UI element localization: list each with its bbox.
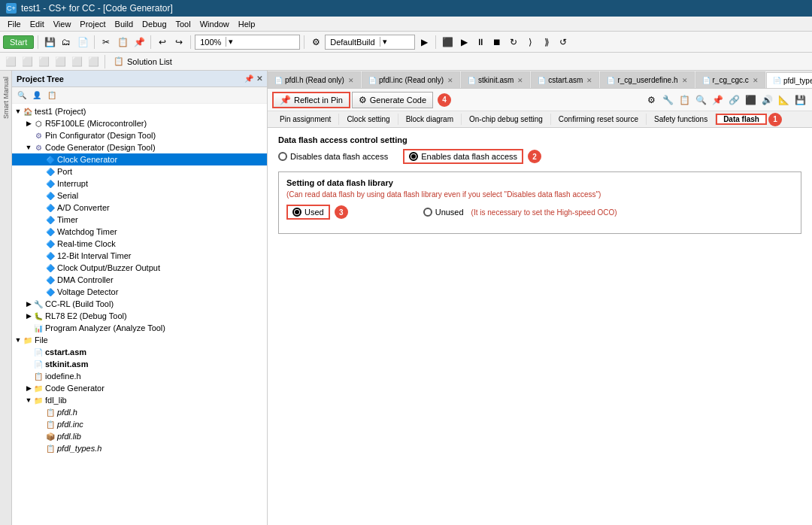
panel-close[interactable]: ✕ bbox=[256, 74, 262, 83]
tree-item-analyzer[interactable]: 📊 Program Analyzer (Analyze Tool) bbox=[12, 322, 267, 334]
toggle-root[interactable]: ▼ bbox=[14, 108, 23, 115]
tab-pfdl-types[interactable]: 📄 pfdl_types.h (Rea ✕ bbox=[766, 72, 812, 89]
radio-enable-box[interactable]: Enables data flash access bbox=[403, 149, 523, 164]
tab-close-pfdlinc[interactable]: ✕ bbox=[447, 77, 453, 84]
tree-item-pfdlinc[interactable]: 📋 pfdl.inc bbox=[12, 418, 267, 430]
toolbar2-btn1[interactable]: ⬜ bbox=[3, 54, 18, 69]
solution-list-label[interactable]: Solution List bbox=[127, 57, 172, 66]
debug-btn3[interactable]: ⏸ bbox=[473, 35, 488, 50]
copy-btn[interactable]: 📋 bbox=[115, 35, 130, 50]
radio-unused[interactable]: Unused (It is necessary to set the High-… bbox=[423, 208, 617, 217]
content-toolbar-btn7[interactable]: ⬛ bbox=[743, 93, 758, 108]
tab-close-stkinit[interactable]: ✕ bbox=[517, 77, 523, 84]
menu-project[interactable]: Project bbox=[75, 18, 110, 30]
toolbar2-btn5[interactable]: ⬜ bbox=[69, 54, 84, 69]
menu-file[interactable]: File bbox=[3, 18, 26, 30]
reflect-in-pin-button[interactable]: 📌 Reflect in Pin bbox=[272, 92, 350, 108]
content-toolbar-btn1[interactable]: ⚙ bbox=[644, 93, 659, 108]
proj-btn-1[interactable]: 🔍 bbox=[15, 90, 29, 100]
tab-pfdlinc[interactable]: 📄 pfdl.inc (Read only) ✕ bbox=[362, 71, 460, 88]
build-config-selector[interactable]: DefaultBuild ▾ bbox=[325, 35, 415, 50]
zoom-selector[interactable]: 100% ▾ bbox=[195, 35, 300, 50]
tree-item-pfdllib[interactable]: 📦 pfdl.lib bbox=[12, 430, 267, 442]
tab-rcg-cgc[interactable]: 📄 r_cg_cgc.c ✕ bbox=[695, 71, 765, 88]
sub-tab-safety[interactable]: Safety functions bbox=[647, 114, 716, 125]
tree-container[interactable]: ▼ 🏠 test1 (Project) ▶ ⬡ R5F100LE (Microc… bbox=[12, 104, 267, 525]
tree-item-pfdlh[interactable]: 📋 pfdl.h bbox=[12, 406, 267, 418]
redo-btn[interactable]: ↪ bbox=[171, 35, 186, 50]
tab-close-rcg-cgc[interactable]: ✕ bbox=[753, 77, 759, 84]
generate-code-button[interactable]: ⚙ Generate Code bbox=[352, 92, 433, 108]
tab-close-pfdlh[interactable]: ✕ bbox=[348, 77, 354, 84]
tree-item-port[interactable]: 🔷 Port bbox=[12, 165, 267, 178]
tree-item-fdl-lib[interactable]: ▼ 📁 fdl_lib bbox=[12, 394, 267, 406]
paste-btn[interactable]: 📌 bbox=[132, 35, 147, 50]
radio-used-box[interactable]: Used bbox=[286, 205, 330, 220]
tab-stkinit[interactable]: 📄 stkinit.asm ✕ bbox=[461, 71, 530, 88]
menu-help[interactable]: Help bbox=[234, 18, 260, 30]
tree-item-codegenfile[interactable]: ▶ 📁 Code Generator bbox=[12, 382, 267, 394]
sub-tab-clock[interactable]: Clock setting bbox=[339, 114, 398, 125]
radio-unused-circle[interactable] bbox=[423, 208, 432, 217]
tree-item-iodefine[interactable]: 📋 iodefine.h bbox=[12, 370, 267, 382]
cut-btn[interactable]: ✂ bbox=[98, 35, 114, 50]
toolbar2-btn6[interactable]: ⬜ bbox=[86, 54, 101, 69]
save-all-btn[interactable]: 🗂 bbox=[59, 35, 74, 50]
tree-item-voltage[interactable]: 🔷 Voltage Detector bbox=[12, 286, 267, 298]
toggle-codegenfile[interactable]: ▶ bbox=[24, 384, 33, 392]
menu-edit[interactable]: Edit bbox=[26, 18, 49, 30]
tab-rcg-userdefine[interactable]: 📄 r_cg_userdefine.h ✕ bbox=[600, 71, 694, 88]
radio-used-circle[interactable] bbox=[292, 208, 301, 217]
tree-item-codegen[interactable]: ▼ ⚙ Code Generator (Design Tool) bbox=[12, 141, 267, 153]
sub-tab-debug[interactable]: On-chip debug setting bbox=[462, 114, 551, 125]
toolbar2-btn4[interactable]: ⬜ bbox=[53, 54, 68, 69]
tree-item-cstart[interactable]: 📄 cstart.asm bbox=[12, 346, 267, 358]
tree-item-watchdog[interactable]: 🔷 Watchdog Timer bbox=[12, 226, 267, 238]
content-toolbar-btn2[interactable]: 🔧 bbox=[660, 93, 675, 108]
tree-item-stkinit[interactable]: 📄 stkinit.asm bbox=[12, 358, 267, 370]
content-toolbar-btn5[interactable]: 📌 bbox=[710, 93, 725, 108]
tree-item-debug[interactable]: ▶ 🐛 RL78 E2 (Debug Tool) bbox=[12, 310, 267, 322]
debug-btn5[interactable]: ↻ bbox=[506, 35, 521, 50]
proj-btn-2[interactable]: 👤 bbox=[30, 90, 44, 100]
debug-btn2[interactable]: ▶ bbox=[456, 35, 471, 50]
tree-item-pfdltypes[interactable]: 📋 pfdl_types.h bbox=[12, 442, 267, 454]
new-btn[interactable]: 📄 bbox=[75, 35, 90, 50]
tab-pfdlh[interactable]: 📄 pfdl.h (Read only) ✕ bbox=[268, 71, 361, 88]
tree-item-interrupt[interactable]: 🔷 Interrupt bbox=[12, 178, 267, 190]
sub-tab-pin[interactable]: Pin assignment bbox=[272, 114, 339, 125]
start-button[interactable]: Start bbox=[3, 35, 34, 49]
tab-close-rcg-userdefine[interactable]: ✕ bbox=[682, 77, 688, 84]
debug-btn6[interactable]: ⟩ bbox=[523, 35, 538, 50]
debug-btn4[interactable]: ⏹ bbox=[489, 35, 504, 50]
toolbar2-btn3[interactable]: ⬜ bbox=[36, 54, 51, 69]
proj-btn-3[interactable]: 📋 bbox=[45, 90, 59, 100]
tree-item-timer[interactable]: 🔷 Timer bbox=[12, 214, 267, 226]
content-toolbar-btn4[interactable]: 🔍 bbox=[693, 93, 708, 108]
toggle-file[interactable]: ▼ bbox=[14, 336, 23, 344]
tree-item-file[interactable]: ▼ 📁 File bbox=[12, 334, 267, 346]
tree-item-clockout[interactable]: 🔷 Clock Output/Buzzer Output bbox=[12, 262, 267, 274]
tree-item-clockgen[interactable]: 🔷 Clock Generator bbox=[12, 153, 267, 165]
menu-debug[interactable]: Debug bbox=[138, 18, 171, 30]
tree-item-serial[interactable]: 🔷 Serial bbox=[12, 190, 267, 202]
tree-item-interval[interactable]: 🔷 12-Bit Interval Timer bbox=[12, 250, 267, 262]
radio-disable[interactable]: Disables data flash access bbox=[278, 152, 388, 161]
content-toolbar-btn3[interactable]: 📋 bbox=[677, 93, 692, 108]
content-toolbar-btn9[interactable]: 📐 bbox=[776, 93, 791, 108]
sub-tab-dataflash[interactable]: Data flash bbox=[716, 114, 767, 125]
panel-pin[interactable]: 📌 bbox=[244, 74, 253, 83]
tree-item-adconv[interactable]: 🔷 A/D Converter bbox=[12, 202, 267, 214]
toggle-fdl-lib[interactable]: ▼ bbox=[24, 396, 33, 404]
sub-tab-block[interactable]: Block diagram bbox=[398, 114, 462, 125]
debug-btn8[interactable]: ↺ bbox=[556, 35, 571, 50]
menu-build[interactable]: Build bbox=[111, 18, 138, 30]
toolbar2-btn2[interactable]: ⬜ bbox=[20, 54, 35, 69]
tab-close-cstart[interactable]: ✕ bbox=[586, 77, 592, 84]
menu-tool[interactable]: Tool bbox=[171, 18, 195, 30]
content-toolbar-btn8[interactable]: 🔊 bbox=[759, 93, 774, 108]
toggle-codegen[interactable]: ▼ bbox=[24, 144, 33, 151]
tab-cstart[interactable]: 📄 cstart.asm ✕ bbox=[531, 71, 599, 88]
menu-window[interactable]: Window bbox=[195, 18, 234, 30]
content-toolbar-btn6[interactable]: 🔗 bbox=[726, 93, 741, 108]
